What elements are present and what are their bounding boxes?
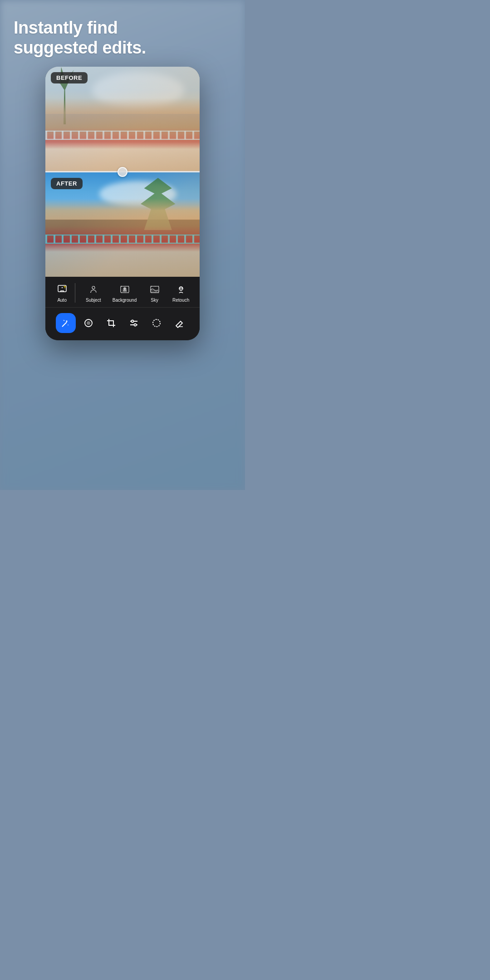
background-label: Background [113, 298, 137, 303]
tab-sky[interactable]: Sky [146, 283, 164, 303]
select-button[interactable] [147, 313, 167, 333]
subject-label: Subject [86, 298, 101, 303]
background-icon [118, 283, 131, 296]
svg-point-17 [134, 324, 137, 326]
toolbar: Auto Subject [45, 277, 200, 340]
svg-point-10 [181, 288, 182, 289]
before-label: BEFORE [51, 72, 88, 83]
svg-point-16 [132, 320, 134, 323]
svg-point-5 [124, 288, 126, 289]
tool-tabs: Auto Subject [45, 283, 200, 308]
after-label: AFTER [51, 178, 83, 189]
tab-subject[interactable]: Subject [83, 283, 103, 303]
adjust-button[interactable] [124, 313, 144, 333]
svg-point-2 [92, 286, 95, 289]
action-bar [45, 308, 200, 337]
svg-point-9 [180, 288, 181, 289]
magic-button[interactable] [56, 313, 76, 333]
sky-label: Sky [151, 298, 158, 303]
tab-auto[interactable]: Auto [53, 283, 75, 303]
retouch-label: Retouch [172, 298, 189, 303]
retouch-icon [175, 283, 187, 296]
after-section: AFTER [45, 172, 200, 277]
tab-retouch[interactable]: Retouch [170, 283, 192, 303]
tab-background[interactable]: Background [110, 283, 139, 303]
divider-handle[interactable] [118, 167, 127, 177]
page-container: Instantly find suggested edits. BEFORE [0, 0, 245, 490]
svg-rect-7 [151, 290, 159, 293]
svg-rect-13 [109, 321, 113, 325]
comparison-area: BEFORE AFTER [45, 67, 200, 277]
headline-line2: suggested edits. [14, 38, 146, 57]
svg-point-18 [153, 319, 160, 327]
before-section: BEFORE [45, 67, 200, 171]
auto-label: Auto [57, 298, 67, 303]
headline: Instantly find suggested edits. [0, 0, 245, 67]
crop-button[interactable] [101, 313, 121, 333]
svg-point-1 [64, 286, 65, 288]
phone-mockup: BEFORE AFTER [45, 67, 200, 340]
svg-point-12 [87, 321, 90, 325]
sky-icon [148, 283, 161, 296]
headline-line1: Instantly find [14, 18, 118, 37]
subject-icon [87, 283, 100, 296]
erase-button[interactable] [169, 313, 189, 333]
mask-button[interactable] [78, 313, 98, 333]
auto-icon [56, 283, 69, 296]
comparison-divider[interactable] [45, 171, 200, 172]
